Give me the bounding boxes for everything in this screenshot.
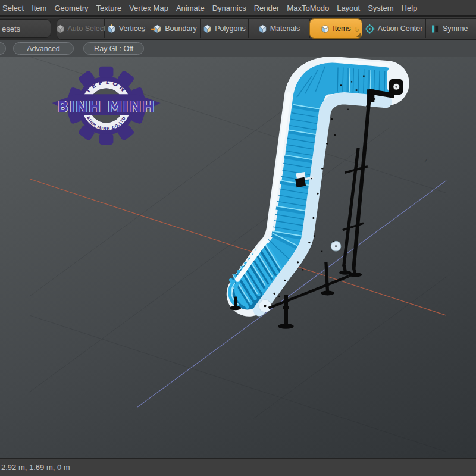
symmetry-button[interactable]: Symme (426, 19, 476, 38)
presets-button-fragment[interactable]: esets (0, 19, 51, 38)
menu-item-dynamics[interactable]: Dynamics (212, 4, 246, 12)
status-bar: 2.92 m, 1.69 m, 0 m (0, 458, 476, 476)
z-axis-label: z (424, 156, 427, 164)
binh-minh-logo-watermark: TEFLON BINH MINH.CO.LTD BINH MINH (52, 67, 161, 145)
auto-select-label: Auto Select (68, 24, 106, 33)
menu-bar: Select Item Geometry Texture Vertex Map … (0, 0, 476, 17)
polygons-label: Polygons (215, 24, 245, 33)
menu-item-item[interactable]: Item (32, 4, 46, 12)
pill-fragment[interactable] (0, 42, 6, 55)
menu-item-maxtomodo[interactable]: MaxToModo (287, 4, 329, 12)
menu-item-texture[interactable]: Texture (96, 4, 122, 12)
coordinate-readout: 2.92 m, 1.69 m, 0 m (0, 463, 70, 472)
items-shortcut: 5 (355, 26, 359, 33)
drive-motor-assembly (387, 67, 403, 95)
items-label: Items (333, 24, 351, 33)
cube-icon (321, 24, 330, 33)
conveyor-model[interactable] (230, 61, 403, 329)
viewport-options-row: Advanced Ray GL: Off (0, 40, 476, 57)
menu-item-geometry[interactable]: Geometry (54, 4, 88, 12)
action-center-button[interactable]: Action Center (362, 19, 426, 38)
materials-label: Materials (270, 24, 300, 33)
symmetry-icon (430, 24, 440, 33)
items-mode-button[interactable]: Items 5 (310, 19, 362, 38)
3d-viewport[interactable]: z TEFLON BINH MINH.CO.LTD BINH MI (0, 57, 476, 458)
menu-item-animate[interactable]: Animate (176, 4, 205, 12)
vertices-mode-button[interactable]: Vertices 1 (105, 19, 148, 38)
menu-item-help[interactable]: Help (402, 4, 418, 12)
cube-boundary-icon (151, 24, 162, 33)
infeed-end-cap (259, 300, 271, 312)
polygons-mode-button[interactable]: Polygons (201, 19, 249, 38)
action-center-label: Action Center (378, 24, 423, 33)
menu-item-vertex-map[interactable]: Vertex Map (129, 4, 168, 12)
mode-button-group: Auto Select Vertices 1 Boundary (57, 18, 476, 40)
cube-icon (107, 24, 116, 33)
plate-dial-detail (331, 241, 341, 251)
advanced-mode-button[interactable]: Advanced (13, 42, 74, 55)
menu-item-render[interactable]: Render (254, 4, 280, 12)
symmetry-label: Symme (443, 24, 468, 33)
vertices-shortcut: 1 (141, 26, 145, 33)
support-stand (343, 89, 394, 269)
ray-gl-toggle-button[interactable]: Ray GL: Off (83, 42, 144, 55)
menu-item-system[interactable]: System (368, 4, 393, 12)
menu-item-select[interactable]: Select (2, 4, 24, 12)
materials-mode-button[interactable]: Materials (249, 19, 310, 38)
auto-select-button[interactable]: Auto Select (57, 19, 105, 38)
menu-item-layout[interactable]: Layout (337, 4, 360, 12)
cube-icon (203, 24, 212, 33)
cube-icon (56, 24, 65, 33)
selection-mode-toolbar: esets Auto Select Vertices 1 (0, 18, 476, 40)
action-center-icon (365, 24, 375, 34)
cube-icon (258, 24, 267, 33)
boundary-label: Boundary (165, 24, 197, 33)
boundary-mode-button[interactable]: Boundary (148, 19, 201, 38)
viewport-scene: z TEFLON BINH MINH.CO.LTD BINH MI (0, 57, 476, 458)
logo-banner-text: BINH MINH (57, 98, 155, 115)
